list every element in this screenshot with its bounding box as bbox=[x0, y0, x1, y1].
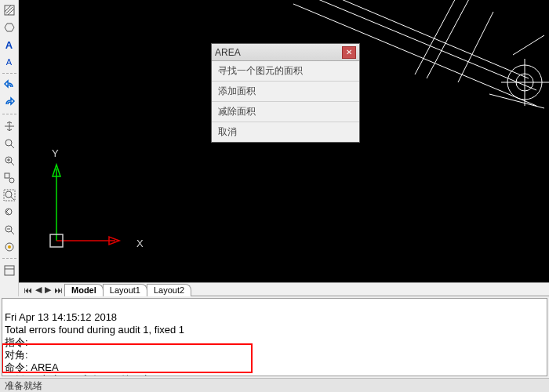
tab-next-icon[interactable]: ▶ bbox=[43, 285, 53, 295]
zoom-out-icon[interactable] bbox=[1, 221, 18, 238]
highlight-box bbox=[2, 343, 253, 373]
drawing-canvas[interactable]: Y X AREA ✕ 寻找一个图元的面积 添加面积 减除面积 取消 bbox=[19, 0, 549, 282]
svg-line-5 bbox=[11, 145, 14, 148]
zoom-previous-icon[interactable] bbox=[1, 204, 18, 221]
dialog-item-cancel[interactable]: 取消 bbox=[212, 122, 359, 142]
tab-layout1[interactable]: Layout1 bbox=[103, 284, 147, 296]
zoom-window-icon[interactable] bbox=[1, 169, 18, 187]
zoom-all-icon[interactable] bbox=[1, 238, 18, 256]
tab-prev-icon[interactable]: ◀ bbox=[34, 285, 43, 295]
tab-first-icon[interactable]: ⏮ bbox=[22, 285, 34, 295]
cmd-line: Total errors found during audit 1, fixed… bbox=[5, 324, 184, 336]
zoom-realtime-icon[interactable] bbox=[1, 135, 18, 152]
axis-y-label: Y bbox=[52, 147, 59, 159]
svg-line-3 bbox=[8, 9, 14, 15]
svg-point-11 bbox=[9, 178, 14, 183]
command-window[interactable]: Fri Apr 13 14:15:12 2018 Total errors fo… bbox=[2, 298, 547, 376]
left-toolbar: A A bbox=[0, 0, 19, 296]
dialog-item-find[interactable]: 寻找一个图元的面积 bbox=[212, 61, 359, 82]
close-icon[interactable]: ✕ bbox=[342, 46, 356, 59]
svg-point-4 bbox=[5, 140, 12, 146]
svg-line-1 bbox=[6, 7, 13, 13]
zoom-extents-icon[interactable] bbox=[1, 187, 18, 204]
svg-line-26 bbox=[415, 0, 458, 74]
hatch-icon[interactable] bbox=[1, 2, 18, 19]
text-multi-icon[interactable]: A bbox=[1, 36, 18, 53]
redo-icon[interactable] bbox=[1, 94, 18, 111]
svg-line-18 bbox=[11, 231, 14, 234]
text-single-icon[interactable]: A bbox=[1, 53, 18, 71]
axis-x-label: X bbox=[136, 238, 144, 249]
area-dialog: AREA ✕ 寻找一个图元的面积 添加面积 减除面积 取消 bbox=[211, 43, 360, 143]
cmd-prompt: 图元(E)/加入(A)/减除(S)/<第一点>: bbox=[5, 374, 161, 376]
tab-last-icon[interactable]: ⏭ bbox=[53, 285, 64, 295]
undo-icon[interactable] bbox=[1, 77, 18, 94]
dialog-title: AREA bbox=[215, 47, 241, 58]
svg-line-9 bbox=[11, 162, 14, 165]
svg-line-33 bbox=[489, 94, 544, 108]
tab-model[interactable]: Model bbox=[64, 284, 104, 296]
tab-layout2[interactable]: Layout2 bbox=[147, 284, 191, 296]
svg-rect-10 bbox=[5, 173, 9, 178]
dialog-item-add[interactable]: 添加面积 bbox=[212, 82, 359, 102]
dialog-titlebar[interactable]: AREA ✕ bbox=[212, 44, 359, 61]
pan-icon[interactable] bbox=[1, 118, 18, 135]
svg-point-12 bbox=[5, 191, 12, 198]
svg-line-2 bbox=[5, 5, 11, 12]
zoom-in-icon[interactable] bbox=[1, 152, 18, 169]
svg-line-13 bbox=[11, 197, 14, 200]
svg-rect-21 bbox=[5, 266, 14, 275]
layout-tabs: ⏮ ◀ ▶ ⏭ Model Layout1 Layout2 bbox=[19, 282, 549, 296]
svg-line-28 bbox=[458, 12, 493, 82]
boundary-icon[interactable] bbox=[1, 19, 18, 36]
svg-point-20 bbox=[8, 245, 11, 249]
svg-line-34 bbox=[513, 35, 544, 55]
dialog-item-subtract[interactable]: 减除面积 bbox=[212, 102, 359, 122]
cmd-line: Fri Apr 13 14:15:12 2018 bbox=[5, 311, 117, 323]
properties-icon[interactable] bbox=[1, 262, 18, 279]
status-bar: 准备就绪 bbox=[0, 378, 549, 392]
